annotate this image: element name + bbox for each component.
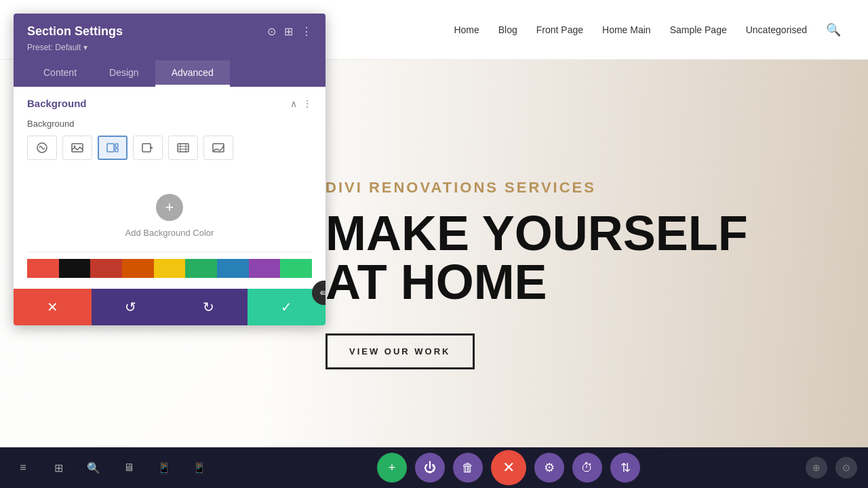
mobile-icon[interactable]: 📱: [187, 455, 212, 480]
tab-design[interactable]: Design: [93, 60, 155, 87]
background-section: Background ∧ ⋮ Background: [14, 87, 326, 289]
nav-sample-page[interactable]: Sample Page: [670, 24, 727, 35]
page-settings-icon[interactable]: ⊙: [835, 457, 857, 479]
svg-rect-5: [115, 148, 118, 152]
panel-title: Section Settings: [27, 24, 123, 39]
bg-type-image[interactable]: [62, 136, 92, 160]
nav-uncategorised[interactable]: Uncategorised: [746, 24, 807, 35]
panel-body: Background ∧ ⋮ Background: [14, 87, 326, 325]
settings-button[interactable]: ⚙: [534, 453, 564, 483]
swatch-blue[interactable]: [217, 259, 249, 278]
nav-home-main[interactable]: Home Main: [602, 24, 651, 35]
tablet-icon[interactable]: 📱: [152, 455, 176, 480]
toolbar-center: + ⏻ 🗑 ✕ ⚙ ⏱ ⇅: [377, 450, 640, 485]
search-icon[interactable]: 🔍: [826, 22, 841, 37]
bg-label: Background: [27, 119, 312, 129]
nav-blog[interactable]: Blog: [498, 24, 517, 35]
bg-type-video[interactable]: [133, 136, 163, 160]
svg-rect-8: [178, 144, 189, 152]
menu-icon[interactable]: ≡: [11, 455, 35, 480]
redo-button[interactable]: ↻: [170, 289, 248, 325]
add-section-button[interactable]: +: [377, 453, 407, 483]
toolbar-left: ≡ ⊞ 🔍 🖥 📱 📱: [11, 455, 212, 480]
swatch-red[interactable]: [27, 259, 59, 278]
bg-section-icons: ∧ ⋮: [290, 98, 312, 109]
svg-rect-6: [142, 144, 151, 152]
svg-point-2: [74, 146, 76, 148]
history-button[interactable]: ⏱: [572, 453, 602, 483]
section-settings-panel: Section Settings ⊙ ⊞ ⋮ Preset: Default ▾…: [14, 14, 326, 325]
swatch-orange[interactable]: [122, 259, 154, 278]
panel-header: Section Settings ⊙ ⊞ ⋮ Preset: Default ▾…: [14, 14, 326, 87]
add-background-color-button[interactable]: +: [156, 194, 183, 221]
bg-type-pattern[interactable]: [168, 136, 198, 160]
swatch-dark-red[interactable]: [90, 259, 122, 278]
panel-header-icons: ⊙ ⊞ ⋮: [267, 25, 312, 38]
desktop-icon[interactable]: 🖥: [117, 455, 141, 480]
bg-section-title: Background: [27, 98, 87, 109]
swatch-yellow[interactable]: [154, 259, 186, 278]
hero-subtitle: DIVI RENOVATIONS SERVICES: [326, 179, 841, 197]
hero-cta-button[interactable]: VIEW OUR WORK: [326, 333, 475, 369]
undo-button[interactable]: ↺: [92, 289, 170, 325]
grid-icon[interactable]: ⊞: [284, 25, 293, 38]
more-icon[interactable]: ⋮: [301, 25, 312, 38]
cancel-button[interactable]: ✕: [14, 289, 92, 325]
svg-rect-3: [107, 144, 114, 152]
panel-tabs: Content Design Advanced: [27, 60, 312, 87]
toolbar-right: ⊕ ⊙: [806, 457, 857, 479]
bg-section-header: Background ∧ ⋮: [27, 98, 312, 109]
hero-title: MAKE YOURSELF AT HOME: [326, 209, 841, 306]
swatch-black[interactable]: [59, 259, 91, 278]
close-button[interactable]: ✕: [491, 450, 526, 485]
search-toolbar-icon[interactable]: 🔍: [81, 455, 106, 480]
focus-icon[interactable]: ⊙: [267, 25, 276, 38]
swatch-purple[interactable]: [249, 259, 281, 278]
swatch-green[interactable]: [185, 259, 217, 278]
svg-marker-7: [151, 146, 153, 149]
collapse-icon[interactable]: ∧: [290, 98, 297, 109]
action-bar: ✕ ↺ ↻ ✓: [14, 289, 326, 325]
delete-button[interactable]: 🗑: [453, 453, 483, 483]
svg-rect-4: [115, 144, 118, 147]
bg-type-mask[interactable]: [203, 136, 233, 160]
bottom-toolbar: ≡ ⊞ 🔍 🖥 📱 📱 + ⏻ 🗑 ✕ ⚙ ⏱ ⇅ ⊕ ⊙: [0, 447, 868, 488]
hero-title-line2: AT HOME: [326, 255, 547, 309]
add-color-label: Add Background Color: [125, 228, 214, 238]
power-button[interactable]: ⏻: [415, 453, 445, 483]
bg-type-color[interactable]: [27, 136, 57, 160]
wireframe-button[interactable]: ⇅: [610, 453, 640, 483]
preset-label: Preset: Default: [27, 43, 81, 52]
tab-content[interactable]: Content: [27, 60, 93, 87]
swatch-teal[interactable]: [280, 259, 312, 278]
panel-title-row: Section Settings ⊙ ⊞ ⋮: [27, 24, 312, 39]
preset-chevron: ▾: [83, 43, 87, 52]
bg-type-icons: [27, 136, 312, 160]
tab-advanced[interactable]: Advanced: [155, 60, 230, 87]
bg-type-video-grid[interactable]: [98, 136, 127, 160]
options-icon[interactable]: ⋮: [302, 98, 312, 109]
panel-preset[interactable]: Preset: Default ▾: [27, 43, 312, 52]
hero-title-line1: MAKE YOURSELF: [326, 206, 748, 260]
nav-home[interactable]: Home: [454, 24, 479, 35]
zoom-icon[interactable]: ⊕: [806, 457, 827, 479]
nav-front-page[interactable]: Front Page: [536, 24, 583, 35]
grid-view-icon[interactable]: ⊞: [46, 455, 71, 480]
color-swatches: [27, 251, 312, 278]
add-color-area: + Add Background Color: [27, 174, 312, 251]
